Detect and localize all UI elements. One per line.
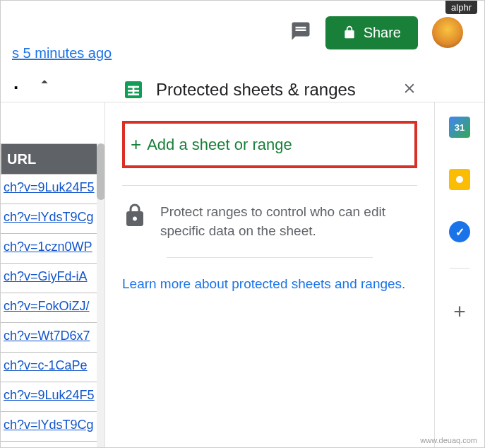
scrollbar-track[interactable]	[97, 143, 105, 447]
column-header-url[interactable]: URL	[1, 143, 104, 175]
add-sheet-or-range-button[interactable]: + Add a sheet or range	[125, 134, 292, 155]
top-bar: s 5 minutes ago Share	[1, 1, 484, 64]
tasks-icon[interactable]: ✓	[449, 221, 470, 242]
table-row[interactable]: ch?v=FokOiZJ/	[1, 293, 104, 323]
right-side-rail: 31 ✓ +	[435, 102, 484, 447]
sheets-icon	[122, 78, 145, 101]
spreadsheet-area: URL ch?v=9Luk24F5 ch?v=lYdsT9Cg ch?v=1cz…	[1, 102, 105, 447]
table-row[interactable]: ch?v=9Luk24F5	[1, 175, 104, 204]
alphr-badge: alphr	[445, 1, 477, 14]
close-icon[interactable]	[402, 81, 417, 99]
add-label: Add a sheet or range	[147, 136, 292, 154]
share-button[interactable]: Share	[325, 16, 418, 49]
learn-more-link[interactable]: Learn more about protected sheets and ra…	[122, 276, 405, 291]
last-edit-link[interactable]: s 5 minutes ago	[12, 45, 112, 61]
keep-icon[interactable]	[449, 169, 470, 190]
chevron-up-icon[interactable]	[24, 74, 65, 93]
add-addon-icon[interactable]: +	[453, 300, 466, 324]
table-row[interactable]: ch?v=Wt7D6x7	[1, 323, 104, 353]
info-text: Protect ranges to control who can edit s…	[160, 203, 417, 240]
comment-icon[interactable]	[290, 20, 311, 45]
divider	[122, 185, 417, 186]
lock-icon	[342, 25, 357, 40]
rail-divider	[450, 268, 469, 269]
main-area: URL ch?v=9Luk24F5 ch?v=lYdsT9Cg ch?v=1cz…	[1, 102, 484, 447]
add-sheet-range-highlight: + Add a sheet or range	[122, 121, 417, 168]
share-label: Share	[364, 25, 401, 41]
plus-icon: +	[131, 134, 141, 155]
table-row[interactable]: ch?v=GiyFd-iA	[1, 264, 104, 293]
table-row[interactable]: ch?v=c-1CaPe	[1, 353, 104, 382]
protected-ranges-panel: Protected sheets & ranges + Add a sheet …	[105, 102, 435, 447]
calendar-icon[interactable]: 31	[449, 117, 470, 138]
table-row[interactable]: ch?v=lYdsT9Cg	[1, 204, 104, 234]
table-row[interactable]: ch?v=lYdsT9Cg	[1, 412, 104, 442]
lock-icon	[122, 203, 148, 231]
scrollbar-thumb[interactable]	[97, 143, 105, 200]
avatar[interactable]	[432, 17, 463, 48]
table-row[interactable]: ch?v=1czn0WP	[1, 234, 104, 264]
svg-rect-4	[133, 86, 135, 95]
watermark: www.deuaq.com	[420, 436, 477, 444]
table-row[interactable]: ch?v=9Luk24F5	[1, 382, 104, 412]
info-row: Protect ranges to control who can edit s…	[122, 203, 417, 240]
divider	[167, 257, 373, 258]
toolbar-menu-dot[interactable]: .	[8, 72, 24, 94]
panel-title: Protected sheets & ranges	[156, 80, 390, 100]
panel-header: Protected sheets & ranges	[122, 78, 417, 101]
